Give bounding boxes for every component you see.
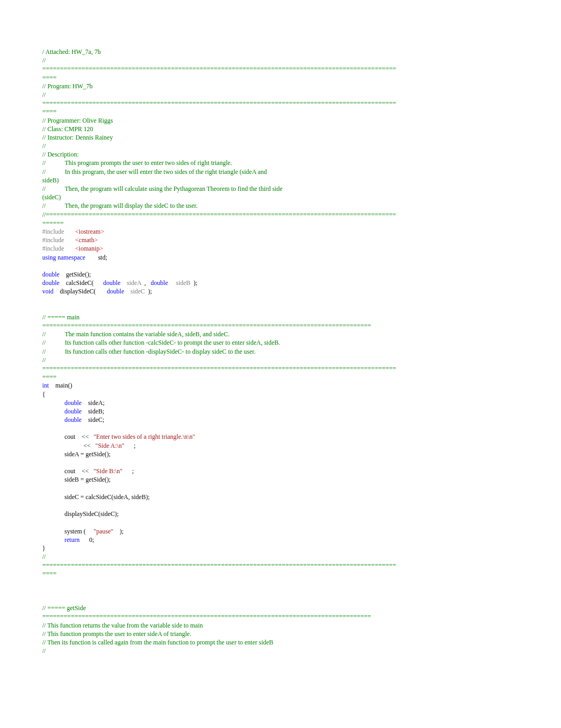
code: sideA = getSide(); — [64, 450, 110, 458]
comment: // — [42, 330, 46, 338]
type: double — [103, 279, 120, 287]
comment: // — [42, 647, 46, 655]
comment: // Instructor: Dennis Rainey — [42, 134, 113, 141]
code: std; — [98, 254, 107, 261]
section: // ===== getSide — [42, 604, 86, 612]
comment: Its function calls other function -displ… — [65, 348, 256, 355]
string: "Side B:\n" — [94, 467, 123, 475]
rule: ==== — [42, 570, 57, 577]
comment: Then, the program will calculate using t… — [64, 185, 282, 192]
comment: / Attached: HW_7a, 7b — [42, 48, 101, 56]
code: main() — [55, 382, 72, 389]
comment: (sideC) — [42, 193, 61, 201]
op: << — [83, 442, 91, 449]
header: <iostream> — [75, 228, 104, 235]
comment: // — [42, 348, 46, 355]
section: // ===== main — [42, 314, 80, 321]
rule: ========================================… — [42, 613, 371, 620]
comment: // — [42, 57, 46, 64]
code: sideC; — [88, 416, 105, 423]
type: double — [107, 288, 124, 295]
include: #include — [42, 228, 64, 235]
code: displaySideC(sideC); — [64, 510, 119, 518]
rule: ========================================… — [42, 65, 396, 72]
comment: // — [42, 159, 46, 167]
keyword: return — [64, 536, 80, 543]
code: sideB = getSide(); — [64, 476, 110, 483]
code: ); — [148, 288, 152, 295]
header: <iomanip> — [75, 245, 103, 252]
comment: // — [42, 185, 46, 192]
type: void — [42, 288, 53, 295]
brace: } — [42, 545, 45, 552]
comment: In this program, the user will enter the… — [65, 168, 267, 176]
code: 0; — [89, 536, 94, 543]
comment: // Class: CMPR 120 — [42, 125, 93, 133]
type: int — [42, 382, 49, 389]
param: sideC — [130, 288, 145, 295]
code: ; — [132, 467, 134, 475]
rule: ====== — [42, 219, 64, 227]
rule: ==== — [42, 373, 57, 381]
code: ); — [119, 528, 123, 535]
rule: ========================================… — [42, 322, 371, 329]
comment: // — [42, 91, 46, 98]
code: displaySideC( — [60, 288, 96, 295]
op: << — [82, 433, 89, 440]
comment: // — [42, 168, 46, 176]
type: double — [64, 416, 82, 423]
code: ); — [193, 279, 197, 287]
code: system ( — [64, 528, 86, 535]
rule: ==== — [42, 74, 57, 81]
rule: ========================================… — [42, 99, 396, 107]
op: << — [82, 467, 89, 475]
code: cout — [64, 433, 76, 440]
string: "pause" — [94, 528, 113, 535]
comment: // Program: HW_7b — [42, 82, 92, 90]
comment: // — [42, 339, 46, 346]
type: double — [64, 399, 82, 407]
header: <cmath> — [75, 236, 98, 244]
comment: // Description: — [42, 151, 79, 158]
comment: The main function contains the variable … — [64, 330, 229, 338]
param: sideA — [127, 279, 141, 287]
comment: // This function returns the value from … — [42, 622, 203, 629]
type: double — [64, 408, 82, 415]
comment: // — [42, 553, 46, 560]
type: double — [42, 271, 60, 278]
keyword: using namespace — [42, 254, 86, 261]
code: sideB; — [88, 408, 105, 415]
comment: // — [42, 356, 46, 364]
rule: ========================================… — [42, 561, 396, 569]
comment: // This function prompts the user to ent… — [42, 630, 191, 638]
comment: // Programmer: Olive Riggs — [42, 117, 113, 124]
comment: // Then its function is called again fro… — [42, 639, 273, 646]
comment: sideB) — [42, 177, 59, 184]
type: double — [151, 279, 168, 287]
code: , — [144, 279, 146, 287]
comment: //======================================… — [42, 211, 396, 218]
code: calcSideC( — [66, 279, 94, 287]
code: sideC = calcSideC(sideA, sideB); — [64, 493, 149, 501]
code-block: / Attached: HW_7a, 7b // ===============… — [42, 48, 519, 655]
brace: { — [42, 391, 45, 398]
include: #include — [42, 236, 64, 244]
string: "Enter two sides of a right triangle.\n\… — [94, 433, 195, 440]
include: #include — [42, 245, 64, 252]
param: sideB — [176, 279, 190, 287]
comment: // — [42, 142, 46, 150]
comment: Its function calls other function -calcS… — [65, 339, 280, 346]
rule: ========================================… — [42, 365, 396, 372]
string: "Side A:\n" — [96, 442, 125, 449]
comment: // — [42, 202, 46, 209]
comment: Then, the program will display the sideC… — [64, 202, 198, 209]
comment: This program prompts the user to enter t… — [64, 159, 232, 167]
type: double — [42, 279, 60, 287]
rule: ==== — [42, 108, 57, 115]
code: cout — [64, 467, 76, 475]
code: sideA; — [88, 399, 105, 407]
code: getSide(); — [66, 271, 91, 278]
code: ; — [134, 442, 135, 449]
